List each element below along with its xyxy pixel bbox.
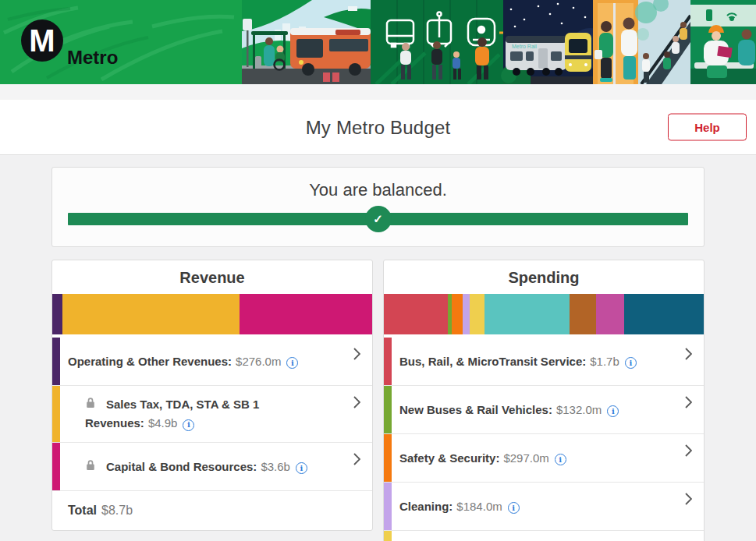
item-label: Bus, Rail, & MicroTransit Service: bbox=[399, 355, 586, 368]
list-item-bus-rail-microtransit[interactable]: Bus, Rail, & MicroTransit Service:$1.7bi bbox=[384, 338, 704, 386]
bar-segment bbox=[570, 294, 596, 334]
category-color-strip bbox=[384, 483, 392, 530]
revenue-stacked-bar bbox=[52, 294, 372, 334]
bar-segment bbox=[596, 294, 624, 334]
item-label: Cleaning: bbox=[399, 500, 453, 513]
item-value: $276.0m bbox=[236, 355, 281, 368]
category-color-strip bbox=[384, 434, 392, 482]
chevron-right-icon[interactable] bbox=[685, 348, 692, 363]
item-value: $4.9b bbox=[148, 416, 178, 430]
bar-segment bbox=[62, 294, 240, 334]
category-color-strip bbox=[384, 338, 392, 385]
category-color-strip bbox=[52, 443, 60, 490]
category-color-strip bbox=[384, 386, 392, 433]
lock-icon bbox=[85, 397, 96, 408]
category-color-strip bbox=[384, 531, 392, 541]
item-label: Operating & Other Revenues: bbox=[68, 355, 232, 368]
list-item-capital-bond-resources[interactable]: Capital & Bond Resources:$3.6bi bbox=[52, 443, 372, 491]
illustration-doorway-scene bbox=[593, 0, 638, 84]
budget-columns: Revenue Operating & Other Revenues:$276.… bbox=[51, 260, 705, 541]
info-icon[interactable]: i bbox=[508, 502, 520, 514]
bar-segment bbox=[484, 294, 570, 334]
balance-panel: You are balanced. ✓ bbox=[51, 167, 705, 247]
bar-segment bbox=[463, 294, 470, 334]
header-illustration: Metro Rail bbox=[0, 0, 756, 84]
bus-illustration bbox=[290, 28, 371, 76]
header-gap bbox=[0, 84, 756, 100]
list-item-new-buses-rail-vehicles[interactable]: New Buses & Rail Vehicles:$132.0mi bbox=[384, 386, 704, 434]
bar-segment bbox=[470, 294, 484, 334]
revenue-total: Total $8.7b bbox=[52, 491, 372, 530]
site-header: Metro Rail bbox=[0, 0, 756, 84]
info-icon[interactable]: i bbox=[607, 405, 619, 417]
info-icon[interactable]: i bbox=[286, 357, 298, 369]
main-content: You are balanced. ✓ Revenue Operating & … bbox=[0, 155, 756, 541]
page-title: My Metro Budget bbox=[0, 100, 756, 155]
item-label: Safety & Security: bbox=[399, 451, 499, 465]
balance-thumb[interactable]: ✓ bbox=[365, 206, 392, 232]
info-icon[interactable]: i bbox=[296, 462, 307, 474]
chevron-right-icon[interactable] bbox=[353, 348, 360, 363]
illustration-train-interior-scene bbox=[690, 0, 756, 84]
category-color-strip bbox=[52, 386, 60, 442]
spending-panel: Spending Bus, Rail, & MicroTransit Servi… bbox=[383, 260, 705, 541]
item-value: $297.0m bbox=[503, 451, 548, 465]
revenue-title: Revenue bbox=[52, 260, 372, 294]
spending-list: Bus, Rail, & MicroTransit Service:$1.7bi… bbox=[384, 334, 704, 541]
chevron-right-icon[interactable] bbox=[353, 396, 360, 412]
bar-segment bbox=[384, 294, 448, 334]
chevron-right-icon[interactable] bbox=[685, 493, 692, 508]
item-label: New Buses & Rail Vehicles: bbox=[399, 403, 552, 416]
balance-status-text: You are balanced. bbox=[52, 180, 704, 200]
chevron-right-icon[interactable] bbox=[353, 453, 360, 469]
info-icon[interactable]: i bbox=[625, 357, 637, 369]
total-label: Total bbox=[68, 504, 97, 518]
svg-text:Metro Rail: Metro Rail bbox=[512, 44, 537, 49]
balance-slider[interactable]: ✓ bbox=[68, 213, 688, 225]
chevron-right-icon[interactable] bbox=[685, 444, 692, 460]
illustration-escalator-scene bbox=[635, 0, 690, 84]
item-value: $1.7b bbox=[590, 355, 619, 368]
list-item-cleaning[interactable]: Cleaning:$184.0mi bbox=[384, 483, 704, 531]
bar-segment bbox=[624, 294, 704, 334]
info-icon[interactable]: i bbox=[183, 419, 194, 431]
illustration-bus-stop-scene bbox=[242, 0, 371, 84]
item-value: $3.6b bbox=[261, 460, 290, 473]
bar-segment bbox=[52, 294, 62, 334]
title-bar: My Metro Budget Help bbox=[0, 100, 756, 155]
metro-rail-train: Metro Rail bbox=[506, 33, 591, 76]
total-value: $8.7b bbox=[101, 504, 133, 518]
spending-stacked-bar bbox=[384, 294, 704, 334]
chevron-right-icon[interactable] bbox=[685, 396, 692, 412]
list-item-sales-tax-revenues[interactable]: Sales Tax, TDA, STA & SB 1 Revenues:$4.9… bbox=[52, 386, 372, 443]
svg-text:Metro: Metro bbox=[67, 47, 118, 68]
list-item-safety-security[interactable]: Safety & Security:$297.0mi bbox=[384, 434, 704, 483]
item-value: $184.0m bbox=[456, 500, 502, 513]
revenue-list: Operating & Other Revenues:$276.0mi Sale… bbox=[52, 334, 372, 530]
category-color-strip bbox=[52, 338, 60, 385]
illustration-station-icons-scene bbox=[371, 0, 509, 84]
item-label: Capital & Bond Resources: bbox=[106, 460, 257, 473]
svg-text:M: M bbox=[29, 23, 55, 58]
revenue-panel: Revenue Operating & Other Revenues:$276.… bbox=[51, 260, 373, 531]
bar-segment bbox=[452, 294, 463, 334]
list-item-operating-revenues[interactable]: Operating & Other Revenues:$276.0mi bbox=[52, 338, 372, 386]
info-icon[interactable]: i bbox=[555, 454, 566, 465]
spending-title: Spending bbox=[384, 260, 704, 294]
item-value: $132.0m bbox=[556, 403, 602, 416]
bar-segment bbox=[240, 294, 372, 334]
lock-icon bbox=[85, 459, 96, 471]
list-item-partial[interactable] bbox=[384, 531, 704, 541]
help-button[interactable]: Help bbox=[668, 114, 747, 141]
check-icon: ✓ bbox=[373, 212, 383, 226]
